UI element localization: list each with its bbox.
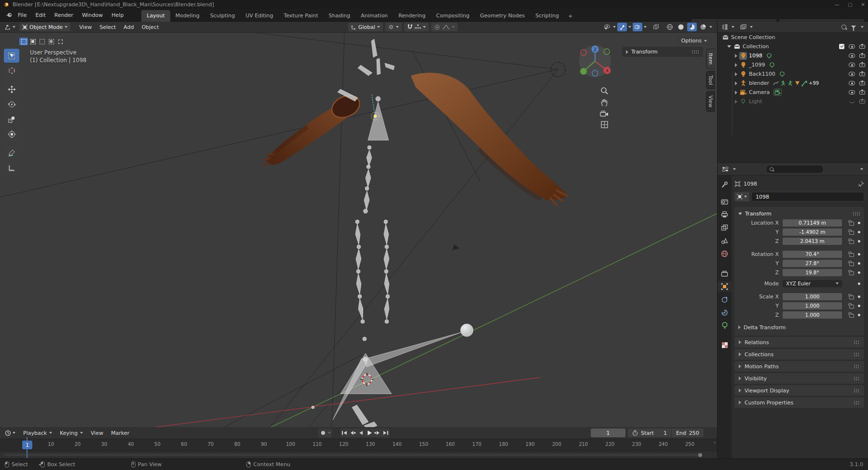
tab-uv-editing[interactable]: UV Editing (240, 10, 278, 22)
timeline-menu-playback[interactable]: Playback (19, 429, 56, 438)
menu-render[interactable]: Render (50, 11, 78, 20)
timeline-menu-view[interactable]: View (87, 429, 107, 438)
mode-dropdown[interactable]: Object Mode (19, 23, 70, 31)
bone-icon[interactable] (801, 81, 807, 86)
transform-panel-header[interactable]: Transform (738, 209, 860, 218)
menu-help[interactable]: Help (107, 11, 128, 20)
right-arm-mesh[interactable] (411, 73, 567, 205)
close-icon[interactable]: ✕ (861, 2, 865, 7)
viewport-menu-select[interactable]: Select (95, 23, 120, 32)
visibility-chevron-icon[interactable] (613, 26, 616, 28)
pin-icon[interactable] (858, 181, 864, 187)
disable-render-icon[interactable] (859, 100, 865, 104)
lock-icon[interactable] (849, 305, 854, 309)
tab-sculpting[interactable]: Sculpting (205, 10, 240, 22)
jump-to-start-button[interactable] (340, 429, 349, 437)
lock-icon[interactable] (849, 253, 854, 257)
select-mode-set[interactable] (19, 38, 28, 45)
animation-icon[interactable] (787, 81, 793, 86)
expand-icon[interactable] (735, 72, 737, 76)
toggle-ortho-icon[interactable] (600, 121, 609, 129)
animate-dot-icon[interactable] (858, 262, 860, 265)
light-data-icon[interactable] (766, 53, 772, 59)
shading-solid-button[interactable] (676, 23, 686, 31)
viewport-menu-view[interactable]: View (75, 23, 95, 32)
outliner-row-light[interactable]: Light (718, 97, 868, 106)
pan-view-icon[interactable] (600, 98, 609, 107)
tab-tool-properties[interactable] (718, 179, 732, 190)
location-x-field[interactable]: 0.71149 m (783, 219, 842, 227)
animate-dot-icon[interactable] (858, 231, 860, 233)
tab-scripting[interactable]: Scripting (530, 10, 564, 22)
select-mode-intersect[interactable] (56, 38, 65, 45)
left-arm-mesh[interactable] (263, 92, 363, 166)
disable-render-icon[interactable] (859, 45, 865, 49)
npanel-transform-header[interactable]: Transform (622, 47, 703, 57)
panel-grip-icon[interactable] (853, 212, 860, 216)
location-z-field[interactable]: 2.0413 m (783, 238, 842, 245)
show-overlays-toggle[interactable] (633, 23, 642, 31)
rotation-z-field[interactable]: 19.8° (783, 269, 842, 276)
lock-icon[interactable] (849, 314, 854, 318)
outliner-row-1099[interactable]: _1099 (718, 60, 868, 69)
properties-editor-chevron-icon[interactable] (733, 168, 736, 170)
minimize-icon[interactable]: — (834, 2, 839, 7)
tab-texture-paint[interactable]: Texture Paint (279, 10, 324, 22)
menu-file[interactable]: File (14, 11, 31, 20)
current-frame-badge[interactable]: 1 (22, 441, 32, 449)
properties-editor-icon[interactable] (720, 165, 730, 174)
tab-shading[interactable]: Shading (324, 10, 356, 22)
expand-icon[interactable] (735, 54, 737, 58)
tab-collection-properties[interactable] (718, 268, 732, 279)
select-mode-subtract[interactable] (38, 38, 46, 45)
outliner-row-scene-collection[interactable]: Scene Collection (718, 33, 868, 42)
vertex-group-icon[interactable] (795, 81, 800, 86)
add-workspace-button[interactable]: + (564, 11, 576, 22)
tab-geometry-nodes[interactable]: Geometry Nodes (475, 10, 530, 22)
play-reverse-button[interactable] (357, 429, 365, 437)
properties-search-input[interactable] (766, 165, 824, 174)
tool-move[interactable] (4, 82, 19, 96)
tab-object-data-properties[interactable] (718, 320, 732, 331)
gizmo-chevron-icon[interactable] (628, 26, 631, 28)
camera-view-icon[interactable] (600, 110, 609, 117)
rotation-x-field[interactable]: 70.4° (783, 251, 842, 258)
tool-measure[interactable] (4, 161, 19, 175)
scale-x-field[interactable]: 1.000 (783, 293, 842, 300)
animate-dot-icon[interactable] (858, 295, 860, 298)
timeline-scrollbar[interactable] (4, 454, 702, 456)
outliner-display-mode-icon[interactable] (738, 23, 748, 31)
tab-render-properties[interactable] (718, 196, 732, 207)
tab-physics-properties[interactable] (718, 307, 732, 318)
animate-dot-icon[interactable] (858, 253, 860, 255)
outliner-display-chevron-icon[interactable] (750, 26, 753, 28)
shading-chevron-icon[interactable] (709, 26, 712, 28)
properties-filter-chevron-icon[interactable] (860, 168, 863, 170)
viewport-menu-add[interactable]: Add (120, 23, 137, 32)
scale-y-field[interactable]: 1.000 (783, 302, 842, 309)
expand-icon[interactable] (727, 45, 731, 48)
options-button[interactable]: Options (677, 36, 711, 45)
tab-texture-properties[interactable] (718, 340, 732, 350)
tool-scale[interactable] (4, 112, 19, 126)
disable-render-icon[interactable] (859, 54, 865, 58)
pose-icon[interactable] (780, 81, 786, 86)
snap-group[interactable] (404, 23, 429, 31)
rotation-y-field[interactable]: 27.8° (783, 260, 842, 267)
outliner-row-back1100[interactable]: Back1100 (718, 69, 868, 79)
editor-type-icon[interactable] (3, 23, 13, 31)
npanel-tab-view[interactable]: View (706, 91, 715, 112)
tool-cursor[interactable] (4, 64, 19, 78)
animate-dot-icon[interactable] (858, 282, 860, 285)
tab-rendering[interactable]: Rendering (393, 10, 431, 22)
disable-render-icon[interactable] (859, 91, 865, 94)
timeline-ruler[interactable]: 1 10203040506070809010011012013014015016… (0, 439, 717, 451)
outliner-row-1098[interactable]: 1098 (718, 51, 868, 60)
timeline-collapse-icon[interactable]: ‹ (714, 440, 716, 445)
blender-menu-icon[interactable] (4, 11, 14, 20)
disable-render-icon[interactable] (859, 72, 865, 76)
outliner-row-camera[interactable]: Camera (718, 88, 868, 97)
panel-visibility[interactable]: Visibility (734, 373, 864, 384)
location-y-field[interactable]: -1.4902 m (783, 228, 842, 236)
delta-transform-panel[interactable]: Delta Transform (738, 323, 860, 332)
